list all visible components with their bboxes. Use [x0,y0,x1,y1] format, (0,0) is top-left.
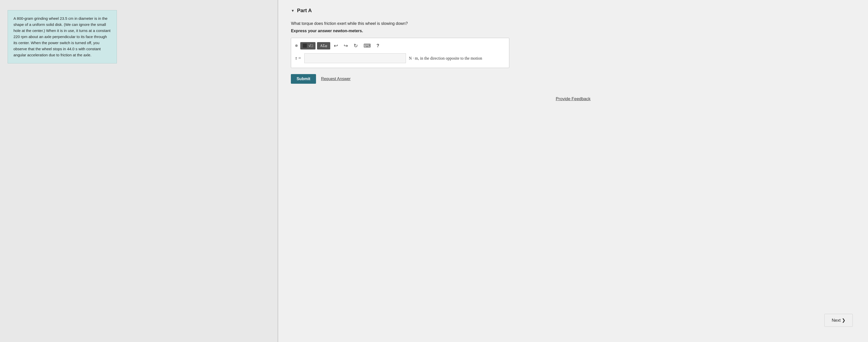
next-label: Next ❯ [832,318,845,323]
part-label: Part A [297,8,312,13]
undo-button[interactable]: ↩ [332,42,340,50]
part-header: ▼ Part A [291,8,855,13]
refresh-icon: ↻ [353,43,358,49]
provide-feedback-label: Provide Feedback [556,96,591,101]
reset-button[interactable]: ↻ [351,42,360,50]
answer-input[interactable] [304,53,406,63]
input-row: τ = N · m, in the direction opposite to … [295,53,505,63]
question-text: What torque does friction exert while th… [291,21,855,27]
left-panel: A 800-gram grinding wheel 23.5 cm in dia… [0,0,278,342]
math-symbol-button[interactable]: √□ [300,42,315,49]
checkbox-icon [303,44,307,48]
redo-icon: ↪ [344,43,348,49]
undo-icon: ↩ [334,43,338,49]
actions-row: Submit Request Answer [291,74,855,84]
help-icon: ? [376,43,379,48]
sqrt-icon: √□ [308,44,313,48]
tau-label: τ = [295,56,301,61]
help-button[interactable]: ? [374,42,381,49]
submit-button[interactable]: Submit [291,74,316,84]
unit-label: N · m, in the direction opposite to the … [409,56,482,61]
redo-button[interactable]: ↪ [342,42,350,50]
greek-label: ΑΣφ [320,44,327,48]
math-toolbar: √□ ΑΣφ ↩ ↪ ↻ ⌨ ? [295,42,505,50]
request-answer-button[interactable]: Request Answer [321,77,351,81]
problem-box: A 800-gram grinding wheel 23.5 cm in dia… [8,10,117,63]
greek-symbol-button[interactable]: ΑΣφ [317,42,330,49]
collapse-arrow-icon[interactable]: ▼ [291,9,294,13]
answer-area: √□ ΑΣφ ↩ ↪ ↻ ⌨ ? [291,38,509,68]
submit-label: Submit [297,77,310,81]
next-button[interactable]: Next ❯ [824,314,853,327]
keyboard-icon: ⌨ [364,43,371,49]
request-answer-label: Request Answer [321,77,351,81]
toolbar-dot-indicator [295,44,298,47]
keyboard-button[interactable]: ⌨ [362,42,373,50]
right-panel: ▼ Part A What torque does friction exert… [278,0,868,342]
problem-text: A 800-gram grinding wheel 23.5 cm in dia… [13,16,111,57]
provide-feedback-button[interactable]: Provide Feedback [291,96,855,101]
answer-instruction: Express your answer newton-meters. [291,29,855,33]
